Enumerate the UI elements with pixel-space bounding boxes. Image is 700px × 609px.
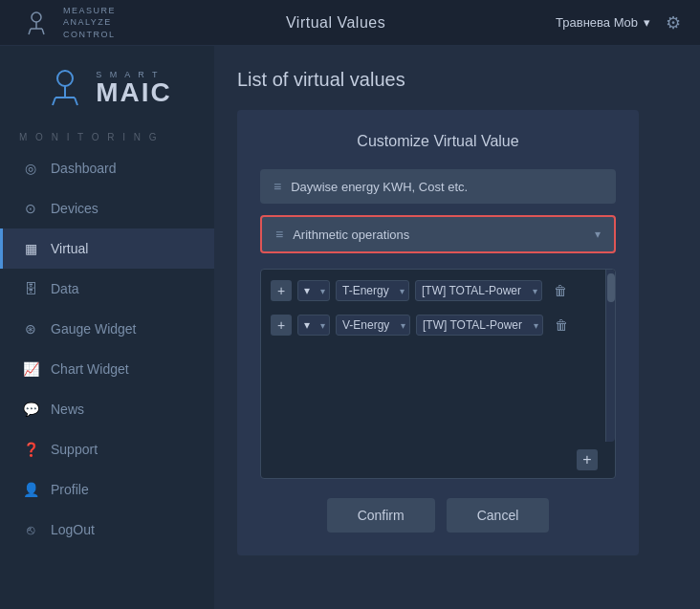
dashboard-icon: ◎ bbox=[22, 160, 39, 177]
modal-footer: Confirm Cancel bbox=[260, 498, 616, 533]
table-row: + ▾ V-Energy bbox=[267, 310, 600, 340]
value-select-2[interactable]: [TW] TOTAL-Power bbox=[416, 315, 543, 336]
main-layout: s m a r t MAIC M O N I T O R I N G ◎ Das… bbox=[0, 46, 700, 609]
sidebar-item-logout[interactable]: ⎋ LogOut bbox=[0, 510, 214, 550]
modal-title: Customize Virtual Value bbox=[260, 133, 616, 150]
profile-icon: 👤 bbox=[22, 481, 39, 498]
add-row-1-button[interactable]: + bbox=[271, 280, 292, 301]
header-page-title: Virtual Values bbox=[286, 14, 385, 32]
sidebar-item-label: Chart Widget bbox=[51, 361, 129, 377]
header-right: Травнева Mob ▾ ⚙ bbox=[556, 12, 681, 33]
sidebar-item-label: Profile bbox=[51, 482, 89, 497]
brand-name: s m a r t MAIC bbox=[96, 70, 172, 106]
sidebar-item-chart-widget[interactable]: 📈 Chart Widget bbox=[0, 349, 214, 389]
arith-chevron-icon: ▾ bbox=[595, 228, 601, 241]
data-icon: 🗄 bbox=[22, 280, 39, 297]
svg-point-5 bbox=[57, 71, 73, 86]
top-header: MEASURE ANALYZE CONTROL Virtual Values Т… bbox=[0, 0, 700, 46]
header-left: MEASURE ANALYZE CONTROL bbox=[19, 5, 116, 41]
news-icon: 💬 bbox=[22, 401, 39, 418]
sidebar-item-dashboard[interactable]: ◎ Dashboard bbox=[0, 148, 214, 188]
sidebar-item-label: Devices bbox=[51, 201, 98, 216]
cancel-button[interactable]: Cancel bbox=[447, 498, 550, 533]
sidebar-item-devices[interactable]: ⊙ Devices bbox=[0, 188, 214, 228]
scrollbar-area: + ▾ T-Energy bbox=[261, 270, 615, 442]
brand-logo: s m a r t MAIC bbox=[42, 65, 172, 111]
user-chevron-icon: ▾ bbox=[644, 15, 650, 30]
svg-point-0 bbox=[32, 12, 41, 22]
delete-row-2-button[interactable]: 🗑 bbox=[549, 315, 574, 335]
user-name: Травнева Mob bbox=[556, 15, 638, 30]
value-select-1[interactable]: [TW] TOTAL-Power bbox=[415, 280, 542, 301]
svg-line-9 bbox=[75, 98, 77, 105]
variable-select-2[interactable]: V-Energy bbox=[336, 315, 410, 336]
sidebar-item-gauge-widget[interactable]: ⊛ Gauge Widget bbox=[0, 309, 214, 349]
type-selector-icon: ≡ bbox=[273, 179, 281, 194]
sidebar-item-support[interactable]: ❓ Support bbox=[0, 429, 214, 469]
value-select-wrapper-2: [TW] TOTAL-Power bbox=[416, 315, 543, 336]
sidebar-item-label: Support bbox=[51, 442, 98, 457]
value-select-wrapper-1: [TW] TOTAL-Power bbox=[415, 280, 542, 301]
devices-icon: ⊙ bbox=[22, 200, 39, 217]
variable-select-1[interactable]: T-Energy bbox=[336, 280, 409, 301]
sidebar-item-profile[interactable]: 👤 Profile bbox=[0, 469, 214, 510]
brand-maic-text: MAIC bbox=[96, 79, 172, 106]
sidebar-item-label: Dashboard bbox=[51, 161, 117, 176]
logout-icon: ⎋ bbox=[22, 521, 39, 538]
gauge-icon: ⊛ bbox=[22, 320, 39, 337]
rows-area: + ▾ T-Energy bbox=[261, 270, 605, 442]
operator-select-wrapper-2: ▾ bbox=[297, 315, 330, 336]
sidebar-item-label: Virtual bbox=[51, 241, 88, 256]
operator-select-1[interactable]: ▾ bbox=[297, 280, 330, 301]
brand-icon bbox=[42, 65, 88, 111]
delete-row-1-button[interactable]: 🗑 bbox=[548, 281, 573, 300]
header-brand-text: MEASURE ANALYZE CONTROL bbox=[63, 5, 116, 41]
arith-icon: ≡ bbox=[275, 227, 283, 242]
scrollbar-thumb bbox=[607, 273, 615, 302]
customize-modal: Customize Virtual Value ≡ Daywise energy… bbox=[237, 110, 639, 555]
chart-icon: 📈 bbox=[22, 360, 39, 378]
sidebar-item-label: Gauge Widget bbox=[51, 321, 137, 337]
sidebar-item-label: News bbox=[51, 402, 84, 417]
svg-line-3 bbox=[29, 29, 31, 34]
monitoring-label: M O N I T O R I N G bbox=[0, 120, 214, 148]
sidebar: s m a r t MAIC M O N I T O R I N G ◎ Das… bbox=[0, 46, 214, 609]
variable-select-wrapper-1: T-Energy bbox=[336, 280, 409, 301]
type-selector-text: Daywise energy KWH, Cost etc. bbox=[291, 180, 602, 194]
operator-select-2[interactable]: ▾ bbox=[297, 315, 330, 336]
content-area: List of virtual values Customize Virtual… bbox=[214, 46, 700, 609]
table-row: + ▾ T-Energy bbox=[267, 275, 600, 306]
add-row-button[interactable]: + bbox=[577, 449, 598, 470]
scrollbar-track[interactable] bbox=[605, 270, 615, 442]
arithmetic-dropdown[interactable]: ≡ Arithmetic operations ▾ bbox=[260, 215, 616, 253]
svg-line-8 bbox=[53, 98, 55, 105]
sidebar-logo-area: s m a r t MAIC bbox=[0, 46, 214, 120]
sidebar-item-data[interactable]: 🗄 Data bbox=[0, 269, 214, 309]
sidebar-item-news[interactable]: 💬 News bbox=[0, 389, 214, 429]
svg-line-4 bbox=[42, 29, 44, 34]
confirm-button[interactable]: Confirm bbox=[327, 498, 435, 533]
support-icon: ❓ bbox=[22, 441, 39, 458]
operator-select-wrapper-1: ▾ bbox=[297, 280, 330, 301]
type-selector[interactable]: ≡ Daywise energy KWH, Cost etc. bbox=[260, 169, 616, 204]
sidebar-item-virtual[interactable]: ▦ Virtual bbox=[0, 228, 214, 269]
add-row-2-button[interactable]: + bbox=[271, 315, 292, 336]
virtual-icon: ▦ bbox=[22, 240, 39, 257]
arith-text: Arithmetic operations bbox=[293, 228, 585, 242]
settings-icon[interactable]: ⚙ bbox=[666, 12, 681, 33]
page-title: List of virtual values bbox=[237, 69, 677, 91]
sidebar-item-label: LogOut bbox=[51, 522, 95, 537]
plus-area: + bbox=[261, 442, 615, 478]
rows-table: + ▾ T-Energy bbox=[260, 269, 616, 479]
header-logo bbox=[19, 6, 54, 40]
variable-select-wrapper-2: V-Energy bbox=[336, 315, 410, 336]
user-menu[interactable]: Травнева Mob ▾ bbox=[556, 15, 650, 30]
sidebar-item-label: Data bbox=[51, 281, 79, 296]
